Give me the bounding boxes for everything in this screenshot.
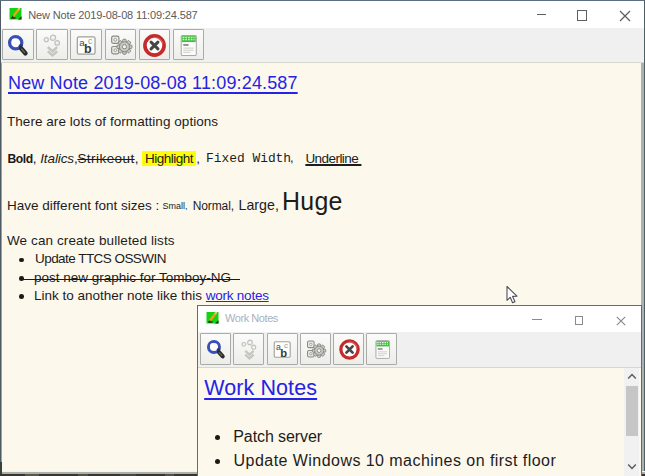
- svg-text:b: b: [280, 346, 287, 358]
- svg-text:b: b: [84, 42, 92, 56]
